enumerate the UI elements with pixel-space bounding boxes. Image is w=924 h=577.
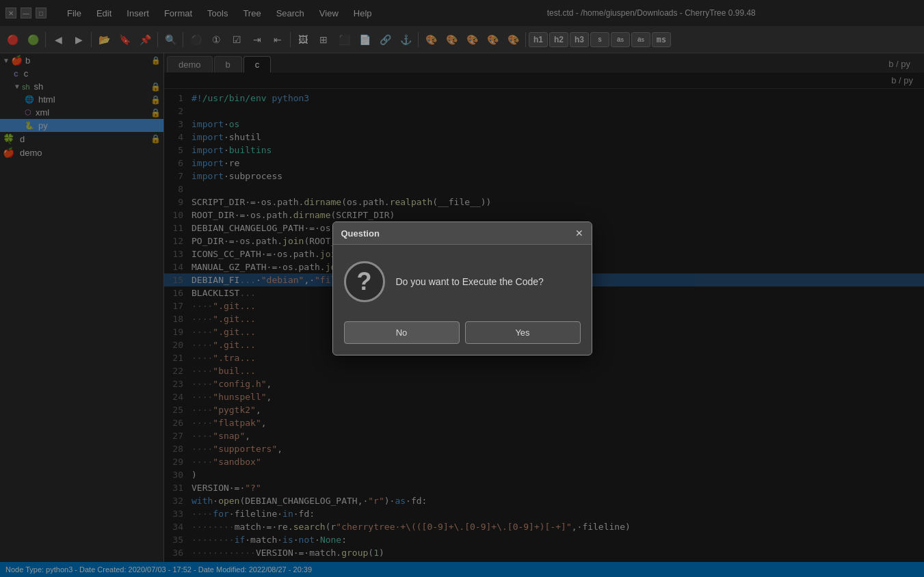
no-button[interactable]: No: [344, 321, 460, 344]
question-icon: ?: [344, 261, 385, 302]
modal-overlay: Question ✕ ? Do you want to Execute the …: [0, 0, 924, 577]
yes-button[interactable]: Yes: [465, 321, 581, 344]
modal-header: Question ✕: [333, 222, 592, 245]
modal-body: ? Do you want to Execute the Code?: [333, 245, 592, 313]
modal-title: Question: [341, 228, 380, 239]
modal-message: Do you want to Execute the Code?: [396, 276, 544, 287]
modal-close-button[interactable]: ✕: [575, 228, 583, 239]
question-mark: ?: [357, 267, 372, 296]
modal-footer: No Yes: [333, 313, 592, 355]
question-dialog: Question ✕ ? Do you want to Execute the …: [332, 222, 592, 355]
